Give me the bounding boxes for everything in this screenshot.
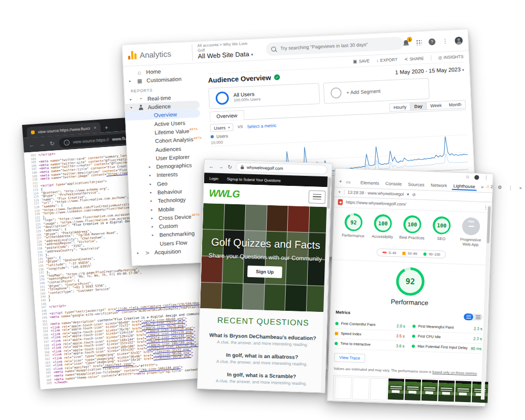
metrics-title: Metrics (335, 310, 350, 315)
warning-count[interactable]: ⚠2 (486, 184, 493, 189)
session-label[interactable]: 13:29:39 - www.whywelovegol (348, 190, 404, 197)
filmstrip-frame-shot (422, 380, 438, 401)
gauge-performance[interactable]: 92Performance (339, 213, 368, 243)
question-title[interactable]: When and where was VICE Golf founded? (197, 390, 324, 393)
date-range-picker[interactable]: 1 May 2020 - 15 May 2023 ▾ (395, 66, 464, 75)
save-button[interactable]: ▣SAVE (353, 58, 370, 64)
hamburger-menu-icon[interactable] (308, 190, 326, 204)
close-icon[interactable]: × (518, 185, 524, 191)
metric-time-to-interactive[interactable]: Time to Interactive3.8 s (334, 339, 405, 351)
legend-pass: 90–100 (424, 252, 440, 256)
pwa-badge-icon: PWA (462, 217, 480, 236)
insights-button[interactable]: ◎INSIGHTS (438, 54, 464, 60)
new-tab-icon[interactable]: + (104, 124, 108, 132)
more-options-icon[interactable]: ⋮ (442, 38, 448, 44)
more-options-icon[interactable]: ⋮ (507, 185, 514, 191)
sidebar-item-label: Overview (154, 111, 177, 119)
sidebar-item-label: Active Users (154, 119, 185, 127)
apps-grid-icon[interactable] (416, 39, 422, 45)
question-item[interactable]: What is Bryson DeChambeau's education?A … (199, 332, 327, 348)
granularity-month-button[interactable]: Month (445, 100, 465, 109)
clear-icon[interactable]: ⊘ (412, 192, 416, 197)
favicon (31, 130, 35, 134)
analytics-sidebar: ⌂Home▸▦CustomisationREPORTS▸◔Real-time▾A… (123, 63, 211, 265)
login-link[interactable]: Login (209, 176, 218, 181)
metric-dropdown[interactable]: Users▾ (210, 123, 234, 132)
forward-icon[interactable]: → (39, 141, 45, 148)
profile-icon[interactable] (474, 175, 479, 180)
property-name[interactable]: All Web Site Data (198, 50, 249, 60)
question-item[interactable]: When and where was VICE Golf founded? (197, 390, 324, 393)
inspect-element-icon[interactable]: ⌖ (338, 178, 343, 184)
back-icon[interactable]: ← (208, 163, 214, 169)
legend-pass-icon (424, 252, 427, 255)
metric-max-potential-first-input-delay[interactable]: Max Potential First Input Delay80 ms (412, 341, 482, 354)
reload-icon[interactable]: ↻ (49, 140, 55, 147)
segment-all-users[interactable]: All Users100.00% Users (208, 83, 320, 109)
metric-status-icon (412, 334, 415, 338)
metrics-view-toggle[interactable] (464, 313, 482, 321)
gauge-accessibility[interactable]: 100Accessibility (369, 214, 397, 244)
devtools-tab-network[interactable]: Network (427, 180, 450, 190)
question-item[interactable]: In golf, what is an albatross?A clue, th… (198, 351, 326, 368)
more-tabs-icon[interactable]: » (479, 184, 485, 189)
export-button[interactable]: ↓EXPORT (376, 57, 397, 63)
select-metric-link[interactable]: Select a metric (247, 122, 277, 129)
reload-icon[interactable]: ↻ (227, 164, 232, 170)
signup-link[interactable]: Signup to Submit Your Questions (227, 177, 281, 182)
users-series-dot (211, 135, 214, 138)
sidebar-item-label: Cohort AnalysisBETA (155, 135, 202, 144)
view-trace-button[interactable]: View Trace (334, 353, 365, 363)
search-bar[interactable] (266, 36, 404, 56)
segment-ring-icon (215, 91, 229, 104)
back-icon[interactable]: ← (28, 141, 35, 148)
hero-subtitle: Share your Questions with our Community (208, 251, 322, 262)
devtools-tab-sources[interactable]: Sources (405, 180, 428, 189)
close-tab-icon[interactable]: × (93, 125, 97, 130)
line-number: 169 (40, 381, 54, 385)
avatar[interactable] (455, 36, 463, 45)
chevron-down-icon: ▾ (228, 125, 229, 129)
url-prefix: view-source:https:// (72, 137, 109, 144)
tab-overview[interactable]: Overview (209, 110, 244, 122)
sidebar-item-label: Cross DeviceBETA (159, 213, 200, 221)
more-options-icon[interactable]: ⋮ (484, 175, 488, 180)
forward-icon[interactable]: → (218, 163, 223, 169)
new-report-icon[interactable]: + (338, 190, 341, 194)
granularity-day-button[interactable]: Day (410, 102, 427, 110)
info-icon[interactable]: i (64, 139, 70, 145)
devtools-tab-elements[interactable]: Elements (357, 178, 382, 188)
metrics-docs-link[interactable]: based only on these metrics (433, 370, 477, 375)
address-bar[interactable]: whywelovegolf.com (236, 162, 328, 174)
wwlg-logo[interactable]: WWLG (209, 187, 240, 200)
device-toolbar-icon[interactable]: ▭ (344, 179, 352, 185)
tab-title: view-source:https://www.fluxcr (38, 125, 91, 134)
gauge-best-practices[interactable]: 100Best Practices (398, 215, 426, 245)
granularity-week-button[interactable]: Week (426, 101, 445, 110)
share-icon: ≺ (404, 56, 408, 61)
gauge-seo[interactable]: 100SEO (427, 216, 456, 246)
notifications-icon[interactable]: 1 (403, 39, 410, 46)
share-button[interactable]: ≺SHARE (404, 56, 424, 62)
gear-icon[interactable]: ⚙ (496, 184, 503, 190)
breadcrumb[interactable]: All accounts > Why We Love Golf All Web … (192, 41, 254, 61)
add-segment-button[interactable]: + Add Segment (323, 78, 430, 104)
gauge-progressive-web-app[interactable]: PWAProgressive Web App (457, 217, 485, 247)
star-icon[interactable]: ☆ (465, 174, 469, 180)
search-input[interactable] (279, 40, 398, 51)
hero-banner: Golf Quizzes and Facts Share your Questi… (200, 203, 330, 312)
filmstrip-frame-shot (405, 379, 421, 401)
sign-up-button[interactable]: Sign Up (247, 266, 282, 278)
devtools-tab-lighthouse[interactable]: Lighthouse (450, 181, 478, 191)
devtools-tab-console[interactable]: Console (382, 178, 405, 188)
metric-status-icon (412, 324, 415, 328)
help-icon[interactable]: ? (428, 38, 436, 45)
sidebar-item-label: Lifetime ValueBETA (154, 128, 197, 136)
filmstrip-frame-blank (370, 377, 387, 400)
analytics-logo[interactable]: Analytics (128, 48, 192, 60)
chevron-down-icon: ▾ (462, 68, 464, 71)
question-item[interactable]: In golf, what is a Scramble?A clue, the … (198, 371, 326, 387)
wwlg-browser-window: ← → ↻ whywelovegolf.com Login Signup to … (197, 159, 332, 393)
performance-gauge[interactable]: 92 Performance (336, 260, 485, 309)
granularity-hourly-button[interactable]: Hourly (390, 103, 410, 111)
